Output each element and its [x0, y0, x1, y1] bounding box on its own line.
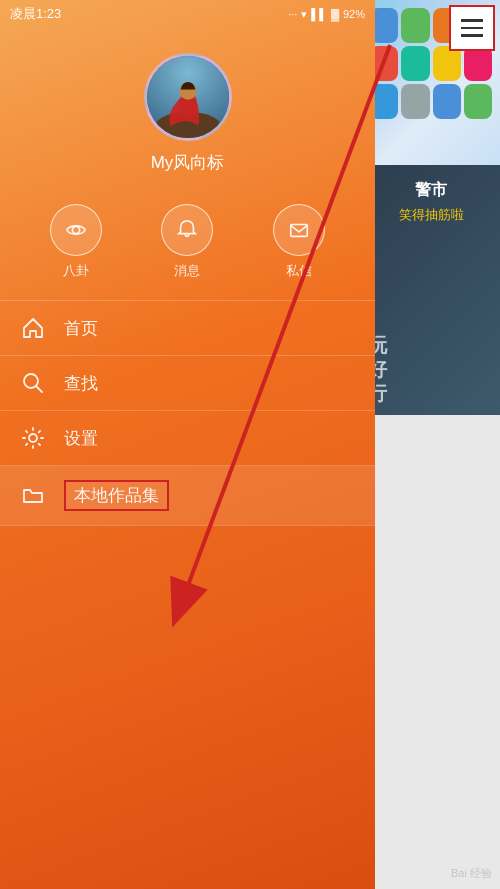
username-label: My风向标	[151, 151, 225, 174]
menu-item-search[interactable]: 查找	[0, 356, 375, 410]
app-icon	[464, 84, 492, 119]
folder-icon-container	[20, 483, 46, 509]
drawer-panel: 凌晨1:23 ··· ▾ ▌▌ ▓ 92%	[0, 0, 375, 889]
bell-icon	[176, 219, 198, 241]
search-label: 查找	[64, 372, 98, 395]
thumb-content: 警市 笑得抽筋啦 玩好行	[362, 165, 500, 415]
hamburger-line-2	[461, 27, 483, 30]
battery-icon: ▓	[331, 8, 339, 20]
gear-icon-container	[20, 425, 46, 451]
dm-circle	[273, 204, 325, 256]
gossip-label: 八卦	[63, 262, 89, 280]
right-panel: 警市 笑得抽筋啦 玩好行	[362, 0, 500, 889]
gossip-circle	[50, 204, 102, 256]
home-label: 首页	[64, 317, 98, 340]
svg-line-7	[36, 386, 42, 392]
avatar-image	[147, 53, 229, 141]
menu-item-settings[interactable]: 设置	[0, 411, 375, 465]
svg-rect-5	[291, 225, 308, 237]
eye-icon	[65, 219, 87, 241]
messages-circle	[161, 204, 213, 256]
home-icon-container	[20, 315, 46, 341]
divider-5	[0, 525, 375, 526]
hamburger-button[interactable]	[449, 5, 495, 51]
status-icons: ··· ▾ ▌▌ ▓ 92%	[288, 8, 365, 21]
quick-action-gossip[interactable]: 八卦	[50, 204, 102, 280]
drawer-content: My风向标 八卦	[0, 0, 375, 526]
messages-label: 消息	[174, 262, 200, 280]
status-bar: 凌晨1:23 ··· ▾ ▌▌ ▓ 92%	[0, 0, 375, 28]
battery-percent: 92%	[343, 8, 365, 20]
hamburger-line-3	[461, 34, 483, 37]
quick-actions-row: 八卦 消息 私信	[0, 194, 375, 300]
app-icon	[401, 8, 429, 43]
quick-action-dm[interactable]: 私信	[273, 204, 325, 280]
search-icon	[21, 371, 45, 395]
mail-icon	[288, 219, 310, 241]
search-icon-container	[20, 370, 46, 396]
menu-item-home[interactable]: 首页	[0, 301, 375, 355]
folder-icon	[21, 484, 45, 508]
baidu-watermark: Bai 经验	[451, 866, 492, 881]
local-works-label: 本地作品集	[64, 480, 169, 511]
app-icon	[401, 84, 429, 119]
dots-icon: ···	[288, 8, 297, 20]
dm-label: 私信	[286, 262, 312, 280]
menu-item-local-works[interactable]: 本地作品集	[0, 466, 375, 525]
svg-point-8	[29, 434, 37, 442]
wifi-icon: ▾	[301, 8, 307, 21]
svg-point-4	[72, 226, 79, 233]
app-icon	[401, 46, 429, 81]
avatar[interactable]	[144, 53, 232, 141]
settings-label: 设置	[64, 427, 98, 450]
home-icon	[21, 316, 45, 340]
hamburger-line-1	[461, 19, 483, 22]
avatar-area: My风向标	[0, 28, 375, 194]
status-time: 凌晨1:23	[10, 5, 61, 23]
thumb-subtitle: 笑得抽筋啦	[399, 206, 464, 224]
quick-action-messages[interactable]: 消息	[161, 204, 213, 280]
signal-icon: ▌▌	[311, 8, 327, 20]
app-icon	[433, 46, 461, 81]
thumb-headline: 警市	[415, 180, 447, 201]
app-icon	[464, 46, 492, 81]
app-icon	[433, 84, 461, 119]
gear-icon	[21, 426, 45, 450]
